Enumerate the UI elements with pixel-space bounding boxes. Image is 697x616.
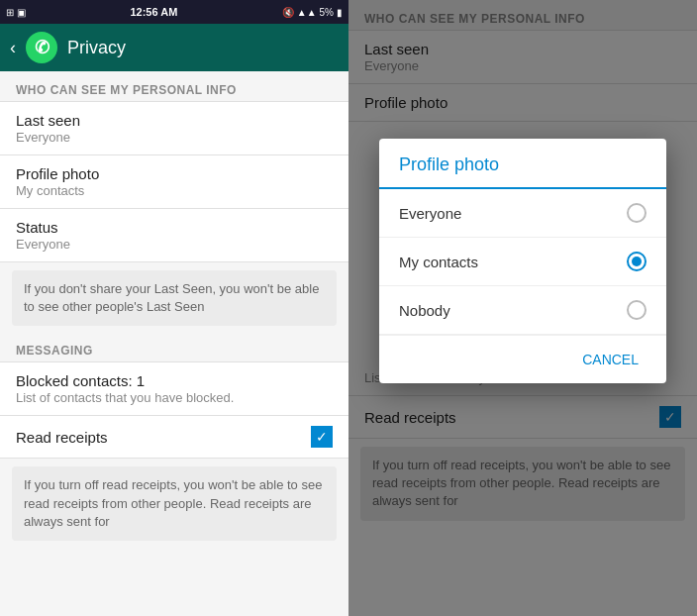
- right-content-bg: WHO CAN SEE MY PERSONAL INFO Last seen E…: [348, 0, 697, 616]
- whatsapp-logo-left: ✆: [26, 32, 57, 63]
- battery-text: 5%: [320, 7, 334, 18]
- battery-icon: ▮: [337, 7, 343, 18]
- blocked-contacts-sub-left: List of contacts that you have blocked.: [16, 390, 333, 405]
- profile-photo-dialog: Profile photo Everyone My contacts Nobod…: [379, 139, 666, 383]
- status-time-left: 12:56 AM: [130, 6, 177, 18]
- status-title-left: Status: [16, 219, 333, 236]
- left-content: WHO CAN SEE MY PERSONAL INFO Last seen E…: [0, 71, 348, 616]
- status-left-icons: ⊞ ▣: [6, 7, 26, 18]
- dialog-option-everyone[interactable]: Everyone: [379, 189, 666, 238]
- back-button-left[interactable]: ‹: [10, 38, 16, 58]
- profile-photo-item-left[interactable]: Profile photo My contacts: [0, 155, 348, 209]
- dialog-option-mycontacts[interactable]: My contacts: [379, 238, 666, 286]
- section2-header-left: MESSAGING: [0, 334, 348, 361]
- section1-header-left: WHO CAN SEE MY PERSONAL INFO: [0, 71, 348, 101]
- status-right-icons: 🔇 ▲▲ 5% ▮: [282, 7, 343, 18]
- left-panel: ⊞ ▣ 12:56 AM 🔇 ▲▲ 5% ▮ ‹ ✆ Privacy WHO C…: [0, 0, 348, 616]
- read-receipts-checkbox-left[interactable]: ✓: [311, 426, 333, 448]
- dialog-cancel-button[interactable]: Cancel: [566, 344, 654, 375]
- last-seen-sub-left: Everyone: [16, 130, 333, 145]
- dialog-radio-everyone[interactable]: [627, 203, 647, 223]
- wifi-icon: ▲▲: [297, 7, 317, 18]
- status-sub-left: Everyone: [16, 237, 333, 252]
- dialog-option-nobody[interactable]: Nobody: [379, 286, 666, 335]
- blocked-contacts-title-left: Blocked contacts: 1: [16, 372, 333, 389]
- profile-photo-sub-left: My contacts: [16, 183, 333, 198]
- notification-icon: ⊞: [6, 7, 14, 18]
- read-receipts-info-left: If you turn off read receipts, you won't…: [12, 466, 337, 541]
- profile-photo-title-left: Profile photo: [16, 165, 333, 182]
- dialog-actions: Cancel: [379, 335, 666, 383]
- read-receipts-item-left[interactable]: Read receipts ✓: [0, 416, 348, 459]
- last-seen-title-left: Last seen: [16, 112, 333, 129]
- dialog-option-everyone-label: Everyone: [399, 205, 461, 222]
- dialog-radio-nobody[interactable]: [627, 300, 647, 320]
- usb-icon: ▣: [17, 7, 26, 18]
- radio-dot-mycontacts: [632, 257, 642, 266]
- last-seen-info-left: If you don't share your Last Seen, you w…: [12, 270, 337, 326]
- status-bar-left: ⊞ ▣ 12:56 AM 🔇 ▲▲ 5% ▮: [0, 0, 348, 24]
- app-bar-left: ‹ ✆ Privacy: [0, 24, 348, 71]
- dialog-title: Profile photo: [379, 139, 666, 189]
- dialog-option-mycontacts-label: My contacts: [399, 254, 478, 270]
- mute-icon: 🔇: [282, 7, 294, 18]
- app-bar-title-left: Privacy: [67, 38, 126, 58]
- status-item-left[interactable]: Status Everyone: [0, 209, 348, 262]
- dialog-radio-mycontacts[interactable]: [627, 252, 647, 271]
- read-receipts-label-left: Read receipts: [16, 429, 108, 446]
- blocked-contacts-item-left[interactable]: Blocked contacts: 1 List of contacts tha…: [0, 362, 348, 416]
- last-seen-item-left[interactable]: Last seen Everyone: [0, 102, 348, 155]
- dialog-option-nobody-label: Nobody: [399, 302, 450, 319]
- dialog-overlay: Profile photo Everyone My contacts Nobod…: [348, 0, 697, 616]
- right-panel: ⊞ ▣ 12:56 AM 🔇 ▲▲ 5% ▮ ‹ ✆ Privacy WHO C…: [348, 0, 697, 616]
